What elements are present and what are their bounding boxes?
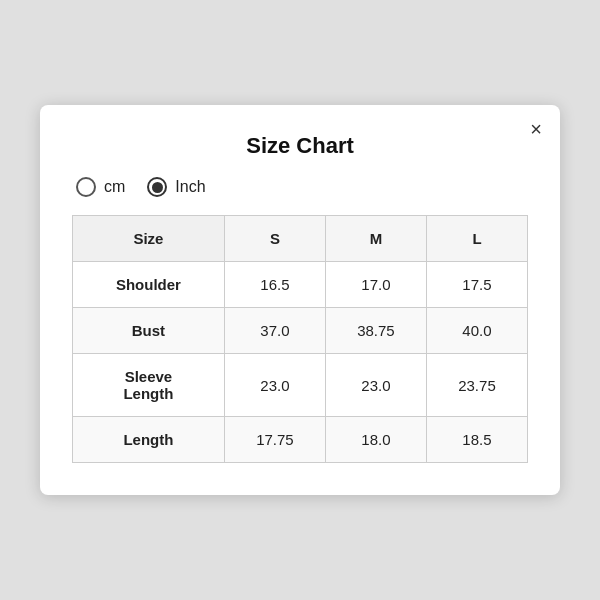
cell-l: 17.5 bbox=[426, 262, 527, 308]
row-label: Shoulder bbox=[73, 262, 225, 308]
row-label: Sleeve Length bbox=[73, 354, 225, 417]
table-row: Sleeve Length23.023.023.75 bbox=[73, 354, 528, 417]
cell-s: 16.5 bbox=[224, 262, 325, 308]
inch-radio-inner bbox=[152, 182, 163, 193]
unit-selector: cm Inch bbox=[72, 177, 528, 197]
size-table: Size S M L Shoulder16.517.017.5Bust37.03… bbox=[72, 215, 528, 463]
cell-s: 17.75 bbox=[224, 417, 325, 463]
cm-radio[interactable] bbox=[76, 177, 96, 197]
cell-m: 18.0 bbox=[325, 417, 426, 463]
close-button[interactable]: × bbox=[530, 119, 542, 139]
cell-l: 23.75 bbox=[426, 354, 527, 417]
cell-m: 38.75 bbox=[325, 308, 426, 354]
table-header-row: Size S M L bbox=[73, 216, 528, 262]
inch-label: Inch bbox=[175, 178, 205, 196]
row-label: Length bbox=[73, 417, 225, 463]
col-size: Size bbox=[73, 216, 225, 262]
table-row: Shoulder16.517.017.5 bbox=[73, 262, 528, 308]
inch-option[interactable]: Inch bbox=[147, 177, 205, 197]
inch-radio[interactable] bbox=[147, 177, 167, 197]
col-s: S bbox=[224, 216, 325, 262]
cell-s: 23.0 bbox=[224, 354, 325, 417]
col-l: L bbox=[426, 216, 527, 262]
cell-l: 40.0 bbox=[426, 308, 527, 354]
row-label: Bust bbox=[73, 308, 225, 354]
size-chart-modal: × Size Chart cm Inch Size S M L Shoulder… bbox=[40, 105, 560, 495]
cell-l: 18.5 bbox=[426, 417, 527, 463]
cell-m: 23.0 bbox=[325, 354, 426, 417]
table-row: Length17.7518.018.5 bbox=[73, 417, 528, 463]
col-m: M bbox=[325, 216, 426, 262]
table-row: Bust37.038.7540.0 bbox=[73, 308, 528, 354]
cell-m: 17.0 bbox=[325, 262, 426, 308]
modal-title: Size Chart bbox=[72, 133, 528, 159]
cell-s: 37.0 bbox=[224, 308, 325, 354]
cm-option[interactable]: cm bbox=[76, 177, 125, 197]
cm-label: cm bbox=[104, 178, 125, 196]
